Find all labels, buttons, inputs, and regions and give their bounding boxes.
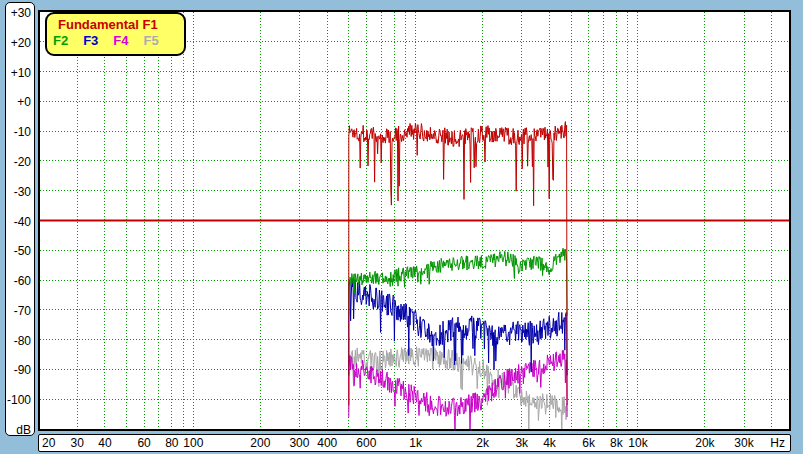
y-tick-label: -90 (14, 363, 31, 377)
x-tick-label: 200 (250, 436, 270, 450)
x-axis-scale: Hz 20304060801002003004006001k2k3k4k6k8k… (38, 434, 791, 452)
x-tick-label: 80 (165, 436, 178, 450)
x-tick-label: 2k (476, 436, 489, 450)
legend-item-f2: F2 (53, 33, 68, 48)
y-tick-label: -70 (14, 304, 31, 318)
y-tick-label: -80 (14, 334, 31, 348)
legend-item-f5: F5 (144, 33, 159, 48)
y-tick-label: +20 (11, 36, 31, 50)
y-tick-label: +10 (11, 66, 31, 80)
y-tick-label: -50 (14, 244, 31, 258)
y-tick-label: +30 (11, 6, 31, 20)
y-tick-label: -40 (14, 215, 31, 229)
y-axis-unit-label: dB (16, 423, 31, 437)
y-axis-scale: dB +30+20+10+0-10-20-30-40-50-60-70-80-9… (5, 2, 35, 436)
legend-title: Fundamental F1 (47, 15, 184, 32)
x-tick-label: 1k (409, 436, 422, 450)
spectrum-plot-area[interactable] (38, 10, 791, 431)
x-tick-label: 100 (183, 436, 203, 450)
x-tick-label: 3k (515, 436, 528, 450)
x-tick-label: 40 (98, 436, 111, 450)
legend: Fundamental F1 F2F3F4F5 (45, 12, 186, 56)
legend-item-f4: F4 (113, 33, 128, 48)
x-tick-label: 60 (137, 436, 150, 450)
y-tick-label: -60 (14, 274, 31, 288)
x-tick-label: 8k (610, 436, 623, 450)
measurement-window: dB +30+20+10+0-10-20-30-40-50-60-70-80-9… (0, 0, 803, 454)
x-tick-label: 10k (628, 436, 647, 450)
legend-item-f3: F3 (83, 33, 98, 48)
x-tick-label: 300 (289, 436, 309, 450)
x-tick-label: 600 (356, 436, 376, 450)
x-tick-label: 4k (543, 436, 556, 450)
y-tick-label: -10 (14, 125, 31, 139)
y-tick-label: +0 (17, 95, 31, 109)
x-tick-label: 30k (734, 436, 753, 450)
x-axis-unit-label: Hz (770, 436, 785, 450)
x-tick-label: 30 (70, 436, 83, 450)
y-tick-label: -100 (7, 393, 31, 407)
x-tick-label: 6k (582, 436, 595, 450)
x-tick-label: 20k (695, 436, 714, 450)
legend-items-row: F2F3F4F5 (47, 32, 184, 48)
y-tick-label: -20 (14, 155, 31, 169)
spectrum-plot-canvas (40, 12, 789, 429)
x-tick-label: 400 (317, 436, 337, 450)
y-tick-label: -30 (14, 185, 31, 199)
x-tick-label: 20 (42, 436, 55, 450)
